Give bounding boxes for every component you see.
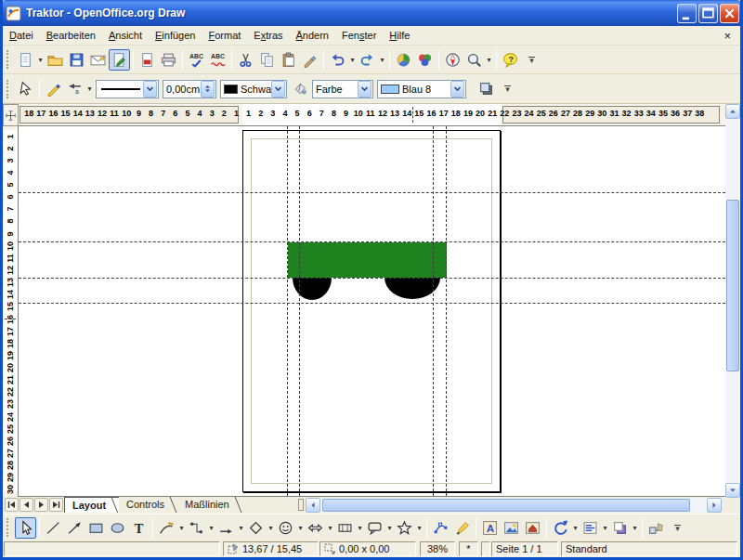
horizontal-guide-line[interactable] [19, 241, 725, 242]
open-button[interactable] [45, 49, 66, 71]
next-page-button[interactable] [34, 498, 48, 512]
tab-controls[interactable]: Controls [119, 497, 177, 513]
ellipse-button[interactable] [107, 517, 128, 539]
scroll-right-icon[interactable] [707, 498, 722, 513]
ruler-origin-button[interactable] [3, 104, 19, 126]
symbol-shapes-dropdown-icon[interactable]: ▾ [296, 517, 305, 539]
flowchart-dropdown-icon[interactable]: ▾ [356, 517, 364, 539]
prev-page-button[interactable] [20, 498, 33, 512]
menu-fenster[interactable]: Fenster [335, 27, 383, 44]
maximize-button[interactable] [698, 4, 718, 23]
line-dialog-button[interactable] [43, 78, 64, 99]
symbol-shapes-button[interactable] [275, 517, 296, 539]
insert-picture-button[interactable] [501, 517, 522, 539]
status-size-cell[interactable]: 0,00 x 0,00 [319, 541, 416, 556]
fill-color-combo[interactable]: Blau 8 [377, 80, 466, 98]
auto-spellcheck-button[interactable]: ABC [207, 49, 228, 71]
tractor-body-shape[interactable] [288, 242, 447, 278]
area-dialog-button[interactable] [289, 78, 310, 99]
export-pdf-button[interactable] [137, 49, 158, 71]
redo-dropdown-icon[interactable]: ▾ [378, 49, 386, 71]
spellcheck-button[interactable]: ABC [186, 49, 207, 71]
arrow-button[interactable] [64, 517, 85, 539]
vertical-guide-line[interactable] [299, 126, 300, 496]
toolbar-grip[interactable] [7, 50, 11, 69]
stars-dropdown-icon[interactable]: ▾ [415, 517, 424, 539]
status-style-cell[interactable]: Standard [561, 541, 737, 556]
drawing-canvas[interactable] [19, 126, 725, 497]
menu-datei[interactable]: Datei [3, 27, 40, 44]
shadow-toggle-button[interactable] [476, 78, 497, 99]
arrow-style-button[interactable]: a [64, 78, 85, 99]
close-button[interactable] [720, 4, 739, 23]
tab-layout[interactable]: Layout [64, 497, 119, 513]
arrange-button[interactable] [609, 517, 631, 539]
spinner-arrows-icon[interactable] [201, 81, 215, 98]
menu-bearbeiten[interactable]: Bearbeiten [40, 27, 102, 44]
undo-button[interactable] [327, 49, 348, 71]
rotate-button[interactable] [550, 517, 571, 539]
line-color-combo[interactable]: Schwarz [220, 80, 287, 98]
horizontal-scrollbar[interactable] [306, 498, 722, 513]
arrange-dropdown-icon[interactable]: ▾ [631, 517, 639, 539]
undo-dropdown-icon[interactable]: ▾ [348, 49, 357, 71]
help-button[interactable]: ? [500, 49, 521, 71]
last-page-button[interactable] [49, 498, 63, 512]
curve-button[interactable] [156, 517, 177, 539]
vertical-guide-line[interactable] [446, 126, 447, 496]
line-style-combo[interactable] [96, 80, 159, 98]
connector-dropdown-icon[interactable]: ▾ [207, 517, 215, 539]
chart-button[interactable] [393, 49, 414, 71]
chevron-down-icon[interactable] [143, 81, 157, 98]
navigator-button[interactable] [442, 49, 463, 71]
minimize-button[interactable] [677, 4, 697, 23]
vertical-scroll-thumb[interactable] [726, 200, 739, 371]
block-arrows-dropdown-icon[interactable]: ▾ [326, 517, 334, 539]
alignment-button[interactable] [580, 517, 601, 539]
scroll-left-icon[interactable] [306, 498, 320, 513]
paste-button[interactable] [278, 49, 299, 71]
toolbar-overflow-icon[interactable]: ▾ [502, 85, 513, 92]
vertical-guide-line[interactable] [433, 126, 434, 496]
gallery-button[interactable] [522, 517, 543, 539]
rectangle-button[interactable] [85, 517, 107, 539]
horizontal-guide-line[interactable] [19, 278, 725, 279]
lines-and-arrows-dropdown-icon[interactable]: ▾ [237, 517, 245, 539]
connector-button[interactable] [186, 517, 207, 539]
save-button[interactable] [66, 49, 87, 71]
arrow-style-dropdown-icon[interactable]: ▾ [85, 78, 94, 99]
horizontal-scroll-thumb[interactable] [322, 499, 690, 512]
redo-button[interactable] [357, 49, 378, 71]
menu-hilfe[interactable]: Hilfe [383, 27, 416, 44]
print-button[interactable] [158, 49, 179, 71]
chevron-down-icon[interactable] [450, 81, 464, 98]
chevron-down-icon[interactable] [358, 81, 372, 98]
vertical-ruler[interactable]: 1234567891011121314151617181920212223242… [3, 126, 19, 497]
menu-ndern[interactable]: Ändern [290, 27, 335, 44]
toolbar-grip[interactable] [7, 518, 11, 537]
callouts-dropdown-icon[interactable]: ▾ [385, 517, 394, 539]
menu-format[interactable]: Format [202, 27, 247, 44]
edit-points-button[interactable] [430, 517, 451, 539]
horizontal-guide-line[interactable] [19, 192, 725, 193]
fontwork-button[interactable]: A [479, 517, 501, 539]
cut-button[interactable] [235, 49, 256, 71]
edit-points-mode-button[interactable] [15, 78, 36, 99]
select-button[interactable] [15, 517, 36, 539]
alignment-dropdown-icon[interactable]: ▾ [601, 517, 609, 539]
basic-shapes-button[interactable] [245, 517, 267, 539]
curve-dropdown-icon[interactable]: ▾ [177, 517, 186, 539]
status-page-cell[interactable]: Seite 1 / 1 [491, 541, 558, 556]
text-button[interactable]: T [128, 517, 150, 539]
line-width-spinner[interactable]: 0,00cm [163, 80, 216, 98]
new-document-button[interactable] [15, 49, 36, 71]
format-paintbrush-button[interactable] [299, 49, 320, 71]
copy-button[interactable] [256, 49, 278, 71]
edit-file-button[interactable] [109, 49, 130, 71]
scrollbar-splitter[interactable] [298, 499, 304, 511]
new-document-dropdown-icon[interactable]: ▾ [36, 49, 45, 71]
basic-shapes-dropdown-icon[interactable]: ▾ [267, 517, 275, 539]
block-arrows-button[interactable] [305, 517, 326, 539]
toolbar-overflow-icon[interactable]: ▾ [672, 525, 683, 531]
toolbar-grip[interactable] [7, 80, 11, 98]
